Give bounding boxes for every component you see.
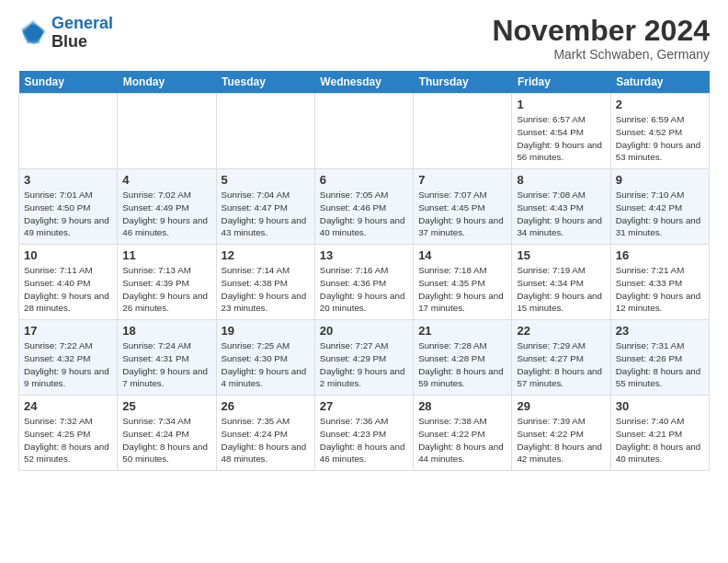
day-number: 23 bbox=[616, 324, 704, 338]
day-number: 16 bbox=[616, 248, 704, 262]
day-info: Sunrise: 7:10 AM Sunset: 4:42 PM Dayligh… bbox=[616, 189, 704, 239]
day-info: Sunrise: 7:11 AM Sunset: 4:40 PM Dayligh… bbox=[24, 264, 112, 315]
day-number: 13 bbox=[320, 248, 408, 262]
day-number: 30 bbox=[616, 399, 704, 413]
logo-line2: Blue bbox=[51, 33, 113, 52]
logo: General Blue bbox=[18, 15, 113, 52]
day-cell bbox=[314, 94, 413, 169]
day-info: Sunrise: 7:36 AM Sunset: 4:23 PM Dayligh… bbox=[320, 415, 408, 465]
day-info: Sunrise: 7:29 AM Sunset: 4:27 PM Dayligh… bbox=[517, 339, 605, 390]
day-info: Sunrise: 7:35 AM Sunset: 4:24 PM Dayligh… bbox=[222, 415, 310, 465]
day-number: 28 bbox=[418, 399, 506, 413]
logo-icon bbox=[18, 18, 48, 48]
day-cell: 13Sunrise: 7:16 AM Sunset: 4:36 PM Dayli… bbox=[314, 245, 413, 320]
day-cell bbox=[19, 94, 118, 169]
col-header-monday: Monday bbox=[118, 71, 216, 94]
week-row-4: 17Sunrise: 7:22 AM Sunset: 4:32 PM Dayli… bbox=[19, 320, 710, 396]
day-cell: 7Sunrise: 7:07 AM Sunset: 4:45 PM Daylig… bbox=[414, 169, 512, 245]
day-cell: 10Sunrise: 7:11 AM Sunset: 4:40 PM Dayli… bbox=[19, 245, 118, 320]
day-number: 8 bbox=[517, 173, 605, 187]
day-info: Sunrise: 7:24 AM Sunset: 4:31 PM Dayligh… bbox=[122, 339, 210, 390]
day-number: 21 bbox=[418, 324, 506, 338]
day-info: Sunrise: 7:02 AM Sunset: 4:49 PM Dayligh… bbox=[122, 189, 210, 239]
day-cell: 21Sunrise: 7:28 AM Sunset: 4:28 PM Dayli… bbox=[414, 320, 512, 396]
day-number: 26 bbox=[222, 399, 310, 413]
day-info: Sunrise: 7:32 AM Sunset: 4:25 PM Dayligh… bbox=[24, 415, 112, 465]
day-cell: 25Sunrise: 7:34 AM Sunset: 4:24 PM Dayli… bbox=[118, 396, 216, 471]
day-cell: 17Sunrise: 7:22 AM Sunset: 4:32 PM Dayli… bbox=[19, 320, 118, 396]
day-info: Sunrise: 7:01 AM Sunset: 4:50 PM Dayligh… bbox=[24, 189, 112, 239]
day-cell: 4Sunrise: 7:02 AM Sunset: 4:49 PM Daylig… bbox=[118, 169, 216, 245]
col-header-saturday: Saturday bbox=[610, 71, 709, 94]
day-number: 12 bbox=[222, 248, 310, 262]
location: Markt Schwaben, Germany bbox=[492, 47, 710, 62]
day-number: 7 bbox=[418, 173, 506, 187]
day-cell: 5Sunrise: 7:04 AM Sunset: 4:47 PM Daylig… bbox=[216, 169, 314, 245]
day-cell bbox=[216, 94, 314, 169]
day-cell: 16Sunrise: 7:21 AM Sunset: 4:33 PM Dayli… bbox=[610, 245, 709, 320]
day-cell: 1Sunrise: 6:57 AM Sunset: 4:54 PM Daylig… bbox=[512, 94, 610, 169]
day-cell: 12Sunrise: 7:14 AM Sunset: 4:38 PM Dayli… bbox=[216, 245, 314, 320]
day-number: 15 bbox=[517, 248, 605, 262]
col-header-friday: Friday bbox=[512, 71, 610, 94]
day-info: Sunrise: 7:28 AM Sunset: 4:28 PM Dayligh… bbox=[418, 339, 506, 390]
day-cell bbox=[118, 94, 216, 169]
day-info: Sunrise: 7:25 AM Sunset: 4:30 PM Dayligh… bbox=[222, 339, 310, 390]
day-cell: 29Sunrise: 7:39 AM Sunset: 4:22 PM Dayli… bbox=[512, 396, 610, 471]
day-cell: 18Sunrise: 7:24 AM Sunset: 4:31 PM Dayli… bbox=[118, 320, 216, 396]
col-header-sunday: Sunday bbox=[19, 71, 118, 94]
day-number: 14 bbox=[418, 248, 506, 262]
day-info: Sunrise: 7:04 AM Sunset: 4:47 PM Dayligh… bbox=[222, 189, 310, 239]
day-number: 6 bbox=[320, 173, 408, 187]
day-cell: 20Sunrise: 7:27 AM Sunset: 4:29 PM Dayli… bbox=[314, 320, 413, 396]
day-info: Sunrise: 7:31 AM Sunset: 4:26 PM Dayligh… bbox=[616, 339, 704, 390]
day-info: Sunrise: 6:57 AM Sunset: 4:54 PM Dayligh… bbox=[517, 113, 605, 164]
day-number: 25 bbox=[122, 399, 210, 413]
day-info: Sunrise: 7:38 AM Sunset: 4:22 PM Dayligh… bbox=[418, 415, 506, 465]
day-info: Sunrise: 6:59 AM Sunset: 4:52 PM Dayligh… bbox=[616, 113, 704, 164]
col-header-wednesday: Wednesday bbox=[314, 71, 413, 94]
day-cell: 8Sunrise: 7:08 AM Sunset: 4:43 PM Daylig… bbox=[512, 169, 610, 245]
title-block: November 2024 Markt Schwaben, Germany bbox=[492, 15, 710, 62]
day-number: 20 bbox=[320, 324, 408, 338]
day-info: Sunrise: 7:13 AM Sunset: 4:39 PM Dayligh… bbox=[122, 264, 210, 315]
month-title: November 2024 bbox=[492, 15, 710, 47]
day-number: 1 bbox=[517, 98, 605, 111]
week-row-3: 10Sunrise: 7:11 AM Sunset: 4:40 PM Dayli… bbox=[19, 245, 710, 320]
day-cell: 3Sunrise: 7:01 AM Sunset: 4:50 PM Daylig… bbox=[19, 169, 118, 245]
day-cell: 22Sunrise: 7:29 AM Sunset: 4:27 PM Dayli… bbox=[512, 320, 610, 396]
day-info: Sunrise: 7:07 AM Sunset: 4:45 PM Dayligh… bbox=[418, 189, 506, 239]
day-info: Sunrise: 7:18 AM Sunset: 4:35 PM Dayligh… bbox=[418, 264, 506, 315]
day-number: 4 bbox=[122, 173, 210, 187]
day-cell: 27Sunrise: 7:36 AM Sunset: 4:23 PM Dayli… bbox=[314, 396, 413, 471]
day-info: Sunrise: 7:16 AM Sunset: 4:36 PM Dayligh… bbox=[320, 264, 408, 315]
day-number: 10 bbox=[24, 248, 112, 262]
day-number: 27 bbox=[320, 399, 408, 413]
day-cell: 19Sunrise: 7:25 AM Sunset: 4:30 PM Dayli… bbox=[216, 320, 314, 396]
logo-text: General Blue bbox=[51, 15, 113, 52]
day-number: 29 bbox=[517, 399, 605, 413]
day-number: 19 bbox=[222, 324, 310, 338]
day-info: Sunrise: 7:21 AM Sunset: 4:33 PM Dayligh… bbox=[616, 264, 704, 315]
day-number: 5 bbox=[222, 173, 310, 187]
day-info: Sunrise: 7:40 AM Sunset: 4:21 PM Dayligh… bbox=[616, 415, 704, 465]
day-cell: 9Sunrise: 7:10 AM Sunset: 4:42 PM Daylig… bbox=[610, 169, 709, 245]
header: General Blue November 2024 Markt Schwabe… bbox=[18, 15, 710, 62]
day-info: Sunrise: 7:39 AM Sunset: 4:22 PM Dayligh… bbox=[517, 415, 605, 465]
day-cell: 6Sunrise: 7:05 AM Sunset: 4:46 PM Daylig… bbox=[314, 169, 413, 245]
day-cell: 23Sunrise: 7:31 AM Sunset: 4:26 PM Dayli… bbox=[610, 320, 709, 396]
day-info: Sunrise: 7:34 AM Sunset: 4:24 PM Dayligh… bbox=[122, 415, 210, 465]
day-cell: 11Sunrise: 7:13 AM Sunset: 4:39 PM Dayli… bbox=[118, 245, 216, 320]
header-row: SundayMondayTuesdayWednesdayThursdayFrid… bbox=[19, 71, 710, 94]
day-info: Sunrise: 7:14 AM Sunset: 4:38 PM Dayligh… bbox=[222, 264, 310, 315]
day-cell: 28Sunrise: 7:38 AM Sunset: 4:22 PM Dayli… bbox=[414, 396, 512, 471]
day-number: 9 bbox=[616, 173, 704, 187]
day-number: 2 bbox=[616, 98, 704, 111]
logo-line1: General bbox=[51, 14, 113, 32]
col-header-thursday: Thursday bbox=[414, 71, 512, 94]
day-info: Sunrise: 7:05 AM Sunset: 4:46 PM Dayligh… bbox=[320, 189, 408, 239]
page: General Blue November 2024 Markt Schwabe… bbox=[0, 0, 728, 480]
col-header-tuesday: Tuesday bbox=[216, 71, 314, 94]
day-info: Sunrise: 7:19 AM Sunset: 4:34 PM Dayligh… bbox=[517, 264, 605, 315]
day-cell: 15Sunrise: 7:19 AM Sunset: 4:34 PM Dayli… bbox=[512, 245, 610, 320]
